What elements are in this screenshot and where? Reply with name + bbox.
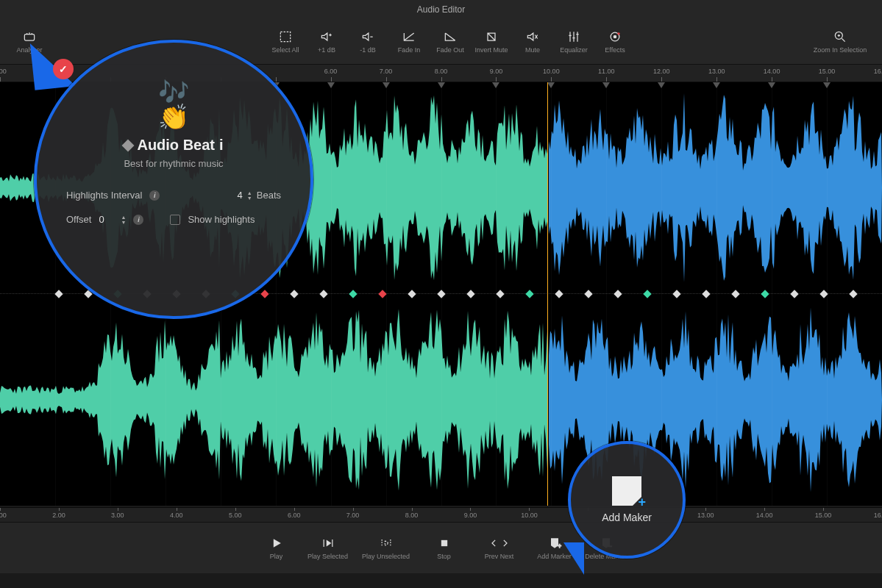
select-all-button[interactable]: Select All [265,21,306,62]
playhead[interactable] [547,82,548,506]
fade-out-button[interactable]: Fade Out [430,21,471,62]
svg-text:+: + [558,542,561,550]
volume-down-icon [360,29,375,45]
svg-rect-6 [441,540,447,546]
effects-button[interactable]: Effects [594,21,636,62]
add-marker-large-icon: + [612,476,641,506]
audio-beat-subtitle: Best for rhythmic music [66,158,281,169]
add-marker-callout: + Add Maker [568,441,686,559]
stop-button[interactable]: Stop [422,528,467,569]
equalizer-icon [566,29,581,45]
offset-stepper[interactable]: ▲▼ [121,215,126,225]
fade-in-button[interactable]: Fade In [388,21,430,62]
equalizer-button[interactable]: Equalizer [553,21,594,62]
info-icon[interactable]: i [149,190,160,201]
audio-beat-icon: 🎶👏 [66,79,281,129]
prev-next-icon [488,536,511,551]
zoom-icon [833,29,847,45]
waveform-right-channel [0,294,882,506]
add-marker-icon: + [547,536,562,551]
play-selected-button[interactable]: Play Selected [305,528,351,569]
diamond-icon [122,139,135,151]
fade-out-icon [443,29,458,45]
play-unselected-icon [379,536,394,551]
analyzer-callout: ✓ 🎶👏 Audio Beat i Best for rhythmic musi… [34,40,313,319]
stop-icon [437,536,452,551]
audio-beat-title: Audio Beat i [66,137,281,154]
highlights-value[interactable]: 4 [219,190,243,201]
effects-icon [608,29,622,45]
mute-icon [525,29,540,45]
offset-field: Offset 0 ▲▼ i Show highlights [66,214,281,225]
play-unselected-button[interactable]: Play Unselected [357,528,416,569]
info-icon[interactable]: i [219,137,224,154]
invert-mute-button[interactable]: Invert Mute [471,21,512,62]
offset-value[interactable]: 0 [99,214,113,225]
play-icon [269,536,284,551]
minus-db-button[interactable]: -1 dB [347,21,388,62]
svg-rect-1 [280,32,290,41]
select-all-icon [278,29,293,45]
callout-pointer-small [563,542,584,575]
play-selected-icon [321,536,335,551]
ruler-bottom[interactable]: 1.002.003.004.005.006.007.008.009.0010.0… [0,507,882,522]
bottom-toolbar: Play Play Selected Play Unselected Stop … [0,522,882,573]
highlights-interval-field: Highlights Interval i 4 ▲▼ Beats [66,190,281,201]
info-icon[interactable]: i [133,215,143,225]
svg-point-3 [614,35,616,37]
show-highlights-checkbox[interactable] [170,215,180,225]
invert-mute-icon [484,29,499,45]
mute-button[interactable]: Mute [512,21,553,62]
highlights-stepper[interactable]: ▲▼ [247,190,252,201]
play-button[interactable]: Play [254,528,299,569]
prev-next-button[interactable]: Prev Next [473,528,526,569]
plus-db-button[interactable]: +1 dB [306,21,347,62]
volume-up-icon [319,29,334,45]
check-badge-icon: ✓ [53,59,74,79]
svg-rect-0 [24,35,34,40]
svg-point-4 [617,32,619,35]
app-title: Audio Editor [417,4,465,15]
zoom-selection-button[interactable]: Zoom In Selection [807,21,873,62]
titlebar: Audio Editor [0,0,882,19]
fade-in-icon [402,29,416,45]
